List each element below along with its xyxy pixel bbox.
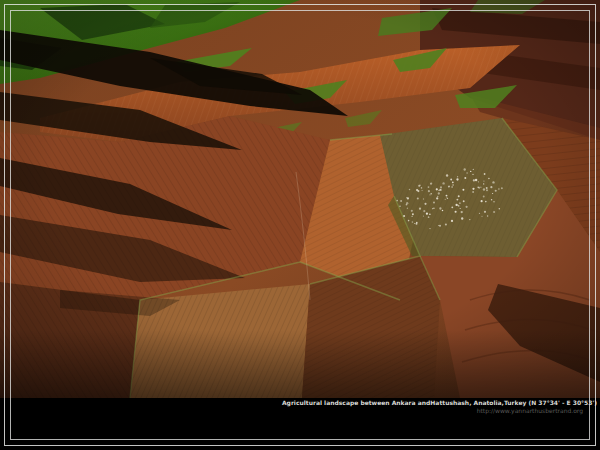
bottom-fade	[0, 330, 600, 398]
caption-location-text: Agricultural landscape between Ankara an…	[282, 399, 597, 406]
aerial-photo	[0, 0, 600, 398]
caption-url-text: http://www.yannarthusbertrand.org	[282, 407, 583, 414]
photo-caption: Agricultural landscape between Ankara an…	[282, 399, 597, 414]
wallpaper-canvas: Agricultural landscape between Ankara an…	[0, 0, 600, 450]
